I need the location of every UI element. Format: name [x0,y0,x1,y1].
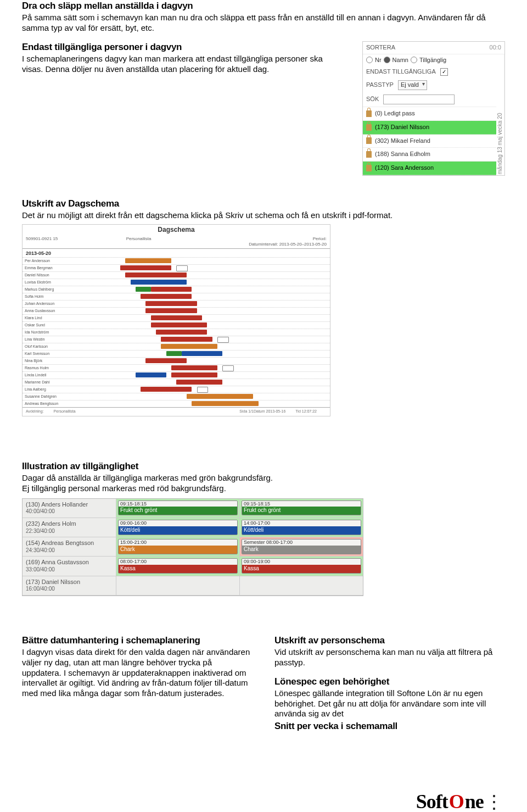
avail-cell[interactable]: 09:00-16:00Kött/deli [116,518,239,537]
dagschema-foot-left2: Personallista [54,409,76,414]
dagschema-bar [161,337,212,342]
radio-nr[interactable] [366,57,373,63]
avail-employee: (154) Andreas Bengtsson24:30/40:00 [23,537,116,556]
avail-shift-block[interactable]: 15:00-21:00Chark [118,539,238,554]
dagschema-row: Markus Dahlberg [23,286,330,293]
dagschema-row: Oskar Sund [23,321,330,329]
avail-cell[interactable]: 09:15-18:15Frukt och grönt [116,499,239,518]
dagschema-row-name: Anna Gustavsson [23,309,74,314]
dagschema-row-track [74,351,330,357]
dagschema-row: Linda Lindell [23,371,330,379]
dagschema-bar [176,265,188,271]
heading-drag-drop: Dra och släpp mellan anställda i dagvyn [22,0,505,12]
avail-shift-block[interactable]: 14:00-17:00Kött/deli [242,520,361,535]
dagschema-row-name: Per Andersson [23,259,74,264]
dagschema-bar [192,401,258,406]
avail-cell[interactable] [116,576,239,595]
dagschema-row-name: Marianne Dahl [23,380,74,385]
lock-icon [366,124,372,131]
dagschema-row-name: Susanne Dahlgren [23,394,74,399]
heading-lonespec: Lönespec egen behörighet [274,676,505,687]
softone-logo: SoftOne⋮ AFFÄRSSYSTEM PÅ DITT SÄTT [416,789,505,812]
side-panel-item-label: (188) Sanna Edholm [375,151,430,158]
dagschema-bar [166,351,182,356]
dagschema-row-track [74,336,330,343]
dagschema-row-name: Olof Karlsson [23,344,74,349]
text-dagschema: Det är nu möjligt att direkt från ett da… [22,210,505,221]
avail-cell[interactable]: 14:00-17:00Kött/deli [239,518,363,537]
avail-shift-block[interactable]: 09:15-18:15Frukt och grönt [242,500,361,516]
side-panel-item[interactable]: (0) Ledigt pass [363,107,496,121]
avail-employee: (169) Anna Gustavsson33:00/40:00 [23,557,116,575]
text-personschema: Vid utskrift av personschema kan man nu … [274,647,505,668]
dagschema-bar [125,258,171,263]
dagschema-row: Per Andersson [23,257,330,264]
avail-cell[interactable]: 09:00-19:00Kassa [239,557,363,575]
checkbox-endast-tillg[interactable]: ✓ [440,68,448,76]
avail-shift-block[interactable]: 09:00-19:00Kassa [242,558,361,574]
dagschema-row-track [74,301,330,307]
avail-cell[interactable] [239,576,363,595]
text-availability-2: Ej tillgänglig personal markeras med röd… [22,483,505,494]
side-panel-item-label: (120) Sara Andersson [375,164,434,172]
avail-cell[interactable]: 15:00-21:00Chark [116,537,239,556]
lock-icon [366,110,372,117]
dagschema-bar [151,322,208,327]
label-passtyp: PASSTYP [366,81,394,89]
dagschema-title: Dagschema [23,225,330,235]
dagschema-bar [176,380,222,385]
label-endast-tillg: ENDAST TILLGÄNGLIGA [366,68,436,76]
dagschema-bar [145,301,197,306]
dagschema-row-track [74,293,330,300]
availability-table: (130) Anders Hollander40:00/40:0009:15-1… [22,498,363,596]
dagschema-row-name: Rasmus Holm [23,366,74,371]
dagschema-row-track [74,308,330,314]
dagschema-bar [141,387,192,392]
lock-icon [366,165,372,171]
dagschema-row: Nina Björk [23,357,330,364]
dagschema-row-track [74,393,330,400]
dagschema-row-track [74,265,330,271]
dagschema-row-name: Ida Nordström [23,330,74,335]
side-panel-item[interactable]: (120) Sara Andersson [363,162,496,175]
side-panel-item[interactable]: (173) Daniel Nilsson [363,121,496,135]
dagschema-row-track [74,322,330,329]
radio-namn[interactable] [384,57,390,63]
heading-available: Endast tillgängliga personer i dagvyn [22,41,346,53]
dagschema-row-name: Nina Björk [23,359,74,364]
dagschema-bar [182,351,223,356]
avail-shift-block[interactable]: 09:15-18:15Frukt och grönt [118,500,238,516]
side-panel-item[interactable]: (302) Mikael Freland [363,135,496,148]
dagschema-period-label: Period: [226,236,327,242]
select-passtyp[interactable]: Ej vald [398,80,427,90]
dagschema-row-name: Markus Dahlberg [23,287,74,292]
dagschema-row: Sofia Holm [23,293,330,300]
time-header: 00:0 [490,44,501,52]
search-input[interactable] [383,94,455,104]
avail-shift-block[interactable]: 09:00-16:00Kött/deli [118,520,238,535]
dagschema-bar [197,387,209,393]
dagschema-row: Ida Nordström [23,329,330,336]
dagschema-bar [217,337,229,343]
dagschema-row-name: Karl Svensson [23,352,74,357]
avail-cell[interactable]: Semester 08:00-17:00Chark [239,537,363,556]
dagschema-row-name: Lina Westin [23,337,74,342]
heading-dagschema: Utskrift av Dagschema [22,198,505,209]
avail-cell[interactable]: 08:00-17:00Kassa [116,557,239,575]
dagschema-bar [171,372,217,377]
dagschema-row-name: Lovisa Ekström [23,280,74,285]
heading-personschema: Utskrift av personschema [274,635,505,646]
dagschema-bar [145,358,187,363]
avail-shift-block[interactable]: Semester 08:00-17:00Chark [242,539,361,554]
avail-cell[interactable]: 09:15-18:15Frukt och grönt [239,499,363,518]
dagschema-bar [161,344,217,349]
dagschema-row: Daniel Nilsson [23,271,330,279]
dagschema-bar [125,272,187,277]
label-namn: Namn [393,57,408,64]
avail-row: (232) Anders Holm22:30/40:0009:00-16:00K… [23,518,363,537]
label-sortera: SORTERA [366,44,395,52]
side-panel-item[interactable]: (188) Sanna Edholm [363,148,496,162]
dagschema-row: Anna Gustavsson [23,307,330,314]
radio-tillganglig[interactable] [411,57,417,63]
avail-shift-block[interactable]: 08:00-17:00Kassa [118,558,238,574]
